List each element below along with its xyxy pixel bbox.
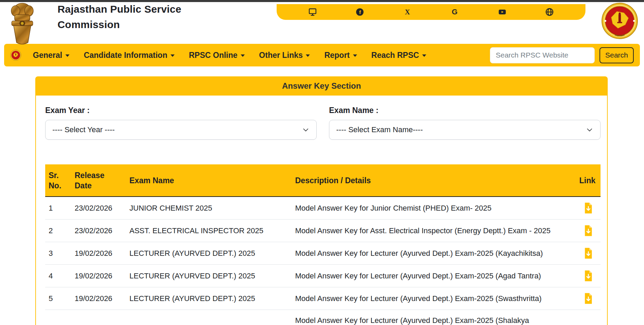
table-row: 2 23/02/2026 ASST. ELECTRICAL INSPECTOR … bbox=[45, 220, 601, 242]
table-row: 1 23/02/2026 JUNIOR CHEMIST 2025 Model A… bbox=[45, 197, 601, 220]
table-row: Model Answer Key for Lecturer (Ayurved D… bbox=[45, 310, 601, 325]
download-file-icon[interactable] bbox=[584, 202, 593, 214]
cell-link bbox=[576, 310, 601, 325]
monitor-icon[interactable] bbox=[308, 8, 317, 16]
answer-key-card-body: Exam Year : ---- Select Year ---- Exam N… bbox=[35, 96, 608, 325]
cell-desc: Model Answer Key for Junior Chemist (PHE… bbox=[292, 197, 576, 220]
chevron-down-icon bbox=[306, 54, 310, 57]
cell-exam: LECTURER (AYURVED DEPT.) 2025 bbox=[126, 265, 292, 287]
header-sr-no: Sr. No. bbox=[45, 164, 71, 197]
header-description: Description / Details bbox=[292, 164, 576, 197]
table-row: 5 19/02/2026 LECTURER (AYURVED DEPT.) 20… bbox=[45, 287, 601, 310]
exam-year-select[interactable]: ---- Select Year ---- bbox=[45, 120, 317, 140]
nav-item-label: General bbox=[33, 51, 62, 60]
site-header: Rajasthan Public Service Commission f X … bbox=[0, 2, 644, 44]
nav-item-label: Reach RPSC bbox=[371, 51, 419, 60]
nav-item-candidate-information[interactable]: Candidate Information bbox=[84, 51, 175, 60]
cell-sr: 1 bbox=[45, 197, 71, 220]
download-file-icon[interactable] bbox=[584, 293, 593, 304]
cell-sr bbox=[45, 310, 71, 325]
cell-desc: Model Answer Key for Asst. Electrical In… bbox=[292, 220, 576, 242]
cell-link bbox=[576, 242, 601, 265]
cell-exam: JUNIOR CHEMIST 2025 bbox=[126, 197, 292, 220]
chevron-down-icon bbox=[422, 54, 426, 57]
table-row: 4 19/02/2026 LECTURER (AYURVED DEPT.) 20… bbox=[45, 265, 601, 287]
cell-date: 19/02/2026 bbox=[71, 265, 126, 287]
answer-key-card: Answer Key Section Exam Year : ---- Sele… bbox=[35, 76, 608, 325]
ashoka-pillar-logo bbox=[5, 3, 40, 46]
filters: Exam Year : ---- Select Year ---- Exam N… bbox=[45, 106, 607, 140]
header-exam-name: Exam Name bbox=[126, 164, 292, 197]
navbar-seal-icon[interactable] bbox=[10, 50, 21, 61]
chevron-down-icon bbox=[171, 54, 175, 57]
search-input[interactable] bbox=[490, 47, 595, 63]
chevron-down-icon bbox=[241, 54, 245, 57]
search-button[interactable]: Search bbox=[599, 47, 634, 63]
cell-exam bbox=[126, 310, 292, 325]
nav-item-general[interactable]: General bbox=[33, 51, 70, 60]
cell-exam: LECTURER (AYURVED DEPT.) 2025 bbox=[126, 242, 292, 265]
table-header-row: Sr. No. Release Date Exam Name Descripti… bbox=[45, 164, 601, 197]
nav-item-report[interactable]: Report bbox=[324, 51, 357, 60]
site-title-line1: Rajasthan Public Service bbox=[58, 3, 181, 15]
cell-exam: LECTURER (AYURVED DEPT.) 2025 bbox=[126, 287, 292, 310]
cell-exam: ASST. ELECTRICAL INSPECTOR 2025 bbox=[126, 220, 292, 242]
social-bar: f X G bbox=[277, 4, 585, 20]
exam-year-filter: Exam Year : ---- Select Year ---- bbox=[45, 106, 317, 140]
cell-desc: Model Answer Key for Lecturer (Ayurved D… bbox=[292, 287, 576, 310]
exam-name-select[interactable]: ---- Select Exam Name---- bbox=[329, 120, 601, 140]
google-icon[interactable]: G bbox=[450, 8, 459, 16]
cell-desc: Model Answer Key for Lecturer (Ayurved D… bbox=[292, 310, 576, 325]
cell-date: 19/02/2026 bbox=[71, 287, 126, 310]
cell-date: 23/02/2026 bbox=[71, 197, 126, 220]
chevron-down-icon bbox=[302, 126, 310, 134]
exam-name-label: Exam Name : bbox=[329, 106, 601, 115]
download-file-icon[interactable] bbox=[584, 270, 593, 282]
cell-link bbox=[576, 265, 601, 287]
exam-name-filter: Exam Name : ---- Select Exam Name---- bbox=[329, 106, 601, 140]
search-area: Search bbox=[490, 47, 634, 63]
header-link: Link bbox=[576, 164, 601, 197]
youtube-icon[interactable] bbox=[498, 8, 507, 16]
cell-date: 23/02/2026 bbox=[71, 220, 126, 242]
facebook-icon[interactable]: f bbox=[355, 8, 364, 16]
chevron-down-icon bbox=[65, 54, 70, 57]
nav-item-other-links[interactable]: Other Links bbox=[259, 51, 310, 60]
svg-text:X: X bbox=[405, 8, 410, 16]
nav-item-label: Other Links bbox=[259, 51, 303, 60]
site-title-line2: Commission bbox=[58, 19, 120, 30]
nav-item-rpsc-online[interactable]: RPSC Online bbox=[189, 51, 245, 60]
cell-desc: Model Answer Key for Lecturer (Ayurved D… bbox=[292, 265, 576, 287]
section-title: Answer Key Section bbox=[282, 81, 361, 91]
table-row: 3 19/02/2026 LECTURER (AYURVED DEPT.) 20… bbox=[45, 242, 601, 265]
nav-item-reach-rpsc[interactable]: Reach RPSC bbox=[371, 51, 426, 60]
cell-date bbox=[71, 310, 126, 325]
svg-text:G: G bbox=[452, 8, 458, 16]
cell-date: 19/02/2026 bbox=[71, 242, 126, 265]
chevron-down-icon bbox=[353, 54, 357, 57]
cell-link bbox=[576, 220, 601, 242]
nav-item-label: RPSC Online bbox=[189, 51, 238, 60]
chevron-down-icon bbox=[586, 126, 593, 134]
exam-year-selected-value: ---- Select Year ---- bbox=[52, 125, 302, 134]
nav-item-label: Report bbox=[324, 51, 350, 60]
rpsc-seal-logo bbox=[602, 3, 638, 39]
header-release-date: Release Date bbox=[71, 164, 126, 197]
cell-desc: Model Answer Key for Lecturer (Ayurved D… bbox=[292, 242, 576, 265]
exam-year-label: Exam Year : bbox=[45, 106, 317, 115]
download-file-icon[interactable] bbox=[584, 248, 593, 259]
page-title: Rajasthan Public Service Commission bbox=[58, 1, 249, 32]
nav-item-label: Candidate Information bbox=[84, 51, 167, 60]
x-icon[interactable]: X bbox=[403, 8, 412, 16]
exam-name-selected-value: ---- Select Exam Name---- bbox=[336, 125, 586, 134]
cell-link bbox=[576, 287, 601, 310]
cell-sr: 5 bbox=[45, 287, 71, 310]
main-navbar: General Candidate Information RPSC Onlin… bbox=[4, 44, 640, 66]
cell-sr: 4 bbox=[45, 265, 71, 287]
cell-sr: 2 bbox=[45, 220, 71, 242]
answer-key-table: Sr. No. Release Date Exam Name Descripti… bbox=[45, 164, 601, 325]
answer-key-section-header: Answer Key Section bbox=[35, 76, 608, 96]
cell-link bbox=[576, 197, 601, 220]
download-file-icon[interactable] bbox=[584, 225, 593, 236]
globe-icon[interactable] bbox=[545, 8, 554, 16]
